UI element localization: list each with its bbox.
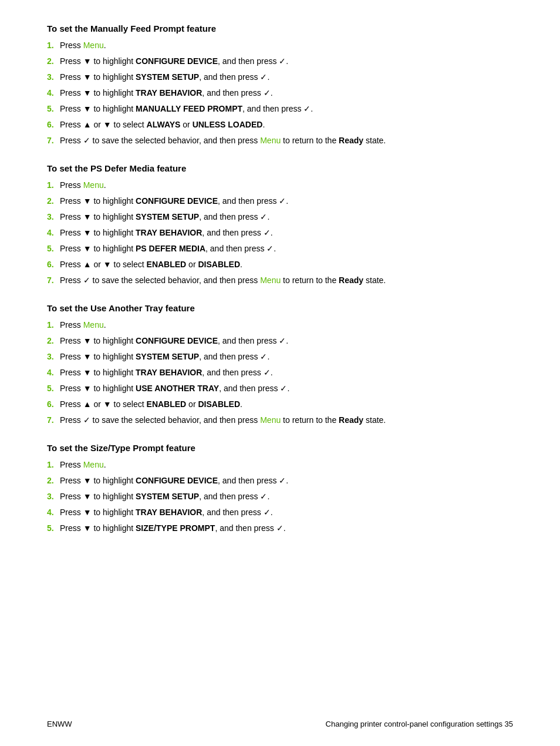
step-number: 4. — [47, 506, 60, 519]
step-text: Press ▼ to highlight PS DEFER MEDIA, and… — [60, 243, 276, 255]
step-item: 4.Press ▼ to highlight TRAY BEHAVIOR, an… — [47, 87, 513, 99]
step-item: 7.Press ✓ to save the selected behavior,… — [47, 414, 513, 426]
step-item: 6.Press ▲ or ▼ to select ENABLED or DISA… — [47, 258, 513, 271]
step-text: Press ▼ to highlight CONFIGURE DEVICE, a… — [60, 335, 288, 347]
step-number: 5. — [47, 243, 60, 255]
menu-link: Menu — [83, 41, 104, 50]
step-number: 3. — [47, 211, 60, 223]
step-item: 3.Press ▼ to highlight SYSTEM SETUP, and… — [47, 71, 513, 83]
section-title-size-type-prompt: To set the Size/Type Prompt feature — [47, 443, 513, 453]
step-text: Press ▼ to highlight SYSTEM SETUP, and t… — [60, 211, 269, 223]
page-footer: ENWW Changing printer control-panel conf… — [0, 720, 560, 728]
step-item: 5.Press ▼ to highlight MANUALLY FEED PRO… — [47, 103, 513, 115]
step-number: 5. — [47, 382, 60, 395]
step-number: 6. — [47, 119, 60, 131]
step-item: 6.Press ▲ or ▼ to select ENABLED or DISA… — [47, 398, 513, 411]
menu-link: Menu — [83, 320, 104, 330]
step-item: 6.Press ▲ or ▼ to select ALWAYS or UNLES… — [47, 119, 513, 131]
step-item: 4.Press ▼ to highlight TRAY BEHAVIOR, an… — [47, 506, 513, 519]
step-item: 1.Press Menu. — [47, 319, 513, 331]
step-text: Press ▲ or ▼ to select ENABLED or DISABL… — [60, 258, 242, 271]
step-item: 2.Press ▼ to highlight CONFIGURE DEVICE,… — [47, 335, 513, 347]
step-number: 2. — [47, 55, 60, 68]
step-text: Press ▼ to highlight SYSTEM SETUP, and t… — [60, 351, 269, 363]
step-text: Press ▼ to highlight CONFIGURE DEVICE, a… — [60, 195, 288, 207]
section-manually-feed: To set the Manually Feed Prompt feature1… — [47, 23, 513, 147]
menu-link: Menu — [260, 275, 281, 285]
step-item: 3.Press ▼ to highlight SYSTEM SETUP, and… — [47, 490, 513, 503]
step-number: 2. — [47, 335, 60, 347]
step-item: 1.Press Menu. — [47, 459, 513, 471]
step-number: 6. — [47, 258, 60, 271]
step-number: 7. — [47, 414, 60, 426]
step-number: 1. — [47, 39, 60, 52]
step-item: 1.Press Menu. — [47, 179, 513, 191]
step-number: 3. — [47, 71, 60, 83]
footer-left: ENWW — [47, 720, 72, 728]
step-number: 7. — [47, 135, 60, 147]
step-text: Press ✓ to save the selected behavior, a… — [60, 414, 386, 426]
step-item: 7.Press ✓ to save the selected behavior,… — [47, 274, 513, 287]
step-text: Press ▼ to highlight SYSTEM SETUP, and t… — [60, 490, 269, 503]
section-use-another-tray: To set the Use Another Tray feature1.Pre… — [47, 303, 513, 426]
menu-link: Menu — [260, 136, 281, 145]
step-number: 7. — [47, 274, 60, 287]
step-text: Press ▼ to highlight TRAY BEHAVIOR, and … — [60, 87, 273, 99]
section-title-ps-defer-media: To set the PS Defer Media feature — [47, 163, 513, 173]
step-number: 1. — [47, 179, 60, 191]
step-item: 4.Press ▼ to highlight TRAY BEHAVIOR, an… — [47, 227, 513, 239]
step-number: 1. — [47, 459, 60, 471]
step-item: 5.Press ▼ to highlight SIZE/TYPE PROMPT,… — [47, 522, 513, 535]
step-item: 4.Press ▼ to highlight TRAY BEHAVIOR, an… — [47, 367, 513, 379]
step-text: Press Menu. — [60, 179, 106, 191]
step-text: Press ▼ to highlight TRAY BEHAVIOR, and … — [60, 227, 273, 239]
step-text: Press ▼ to highlight MANUALLY FEED PROMP… — [60, 103, 313, 115]
section-title-use-another-tray: To set the Use Another Tray feature — [47, 303, 513, 313]
step-item: 5.Press ▼ to highlight PS DEFER MEDIA, a… — [47, 243, 513, 255]
step-text: Press ✓ to save the selected behavior, a… — [60, 135, 386, 147]
step-item: 2.Press ▼ to highlight CONFIGURE DEVICE,… — [47, 55, 513, 68]
step-text: Press Menu. — [60, 39, 106, 52]
menu-link: Menu — [83, 180, 104, 190]
step-number: 4. — [47, 227, 60, 239]
step-text: Press ▲ or ▼ to select ENABLED or DISABL… — [60, 398, 242, 411]
step-text: Press ▼ to highlight USE ANOTHER TRAY, a… — [60, 382, 289, 395]
step-number: 5. — [47, 522, 60, 535]
section-ps-defer-media: To set the PS Defer Media feature1.Press… — [47, 163, 513, 287]
step-number: 4. — [47, 87, 60, 99]
step-text: Press Menu. — [60, 319, 106, 331]
step-number: 3. — [47, 490, 60, 503]
step-item: 3.Press ▼ to highlight SYSTEM SETUP, and… — [47, 211, 513, 223]
step-text: Press ▼ to highlight CONFIGURE DEVICE, a… — [60, 55, 288, 68]
step-number: 5. — [47, 103, 60, 115]
step-number: 6. — [47, 398, 60, 411]
step-item: 2.Press ▼ to highlight CONFIGURE DEVICE,… — [47, 475, 513, 487]
menu-link: Menu — [260, 415, 281, 425]
step-text: Press Menu. — [60, 459, 106, 471]
step-text: Press ✓ to save the selected behavior, a… — [60, 274, 386, 287]
step-item: 2.Press ▼ to highlight CONFIGURE DEVICE,… — [47, 195, 513, 207]
step-item: 5.Press ▼ to highlight USE ANOTHER TRAY,… — [47, 382, 513, 395]
step-number: 1. — [47, 319, 60, 331]
step-number: 3. — [47, 351, 60, 363]
step-text: Press ▲ or ▼ to select ALWAYS or UNLESS … — [60, 119, 265, 131]
section-title-manually-feed: To set the Manually Feed Prompt feature — [47, 23, 513, 33]
section-size-type-prompt: To set the Size/Type Prompt feature1.Pre… — [47, 443, 513, 535]
step-item: 7.Press ✓ to save the selected behavior,… — [47, 135, 513, 147]
step-number: 2. — [47, 475, 60, 487]
step-item: 1.Press Menu. — [47, 39, 513, 52]
page-content: To set the Manually Feed Prompt feature1… — [47, 23, 513, 535]
step-text: Press ▼ to highlight SYSTEM SETUP, and t… — [60, 71, 269, 83]
step-text: Press ▼ to highlight TRAY BEHAVIOR, and … — [60, 367, 273, 379]
step-item: 3.Press ▼ to highlight SYSTEM SETUP, and… — [47, 351, 513, 363]
step-number: 4. — [47, 367, 60, 379]
step-text: Press ▼ to highlight SIZE/TYPE PROMPT, a… — [60, 522, 286, 535]
menu-link: Menu — [83, 460, 104, 469]
step-text: Press ▼ to highlight TRAY BEHAVIOR, and … — [60, 506, 273, 519]
step-number: 2. — [47, 195, 60, 207]
footer-right: Changing printer control-panel configura… — [326, 720, 513, 728]
step-text: Press ▼ to highlight CONFIGURE DEVICE, a… — [60, 475, 288, 487]
